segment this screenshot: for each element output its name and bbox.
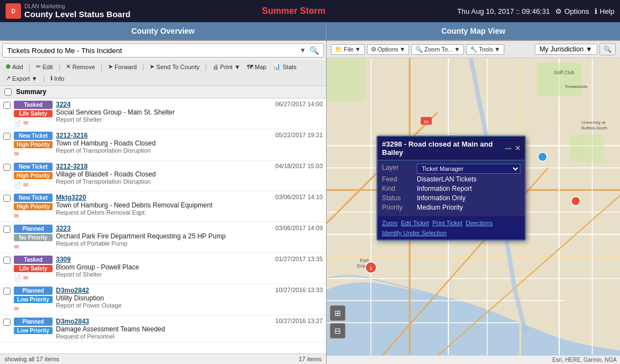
status-badge: New Ticket (14, 194, 53, 202)
ticket-checkbox-7[interactable] (3, 319, 11, 326)
ticket-checkbox-5[interactable] (3, 257, 11, 264)
ticket-id[interactable]: 3212-3216 (56, 132, 87, 139)
popup-identify-link[interactable]: Identify Under Selection (382, 230, 520, 236)
status-left: showing all 17 items (4, 356, 59, 362)
options-button[interactable]: ⚙ Options (555, 7, 589, 15)
svg-point-31 (571, 197, 580, 206)
ticket-id[interactable]: 3212-3218 (56, 163, 87, 170)
status-badge: Tasked (14, 256, 53, 264)
popup-zoom-link[interactable]: Zoom (382, 220, 397, 226)
remove-button[interactable]: ✕ Remove (64, 62, 97, 71)
ticket-date: 06/27/2017 14:00 (262, 101, 323, 107)
priority-badge: High Priority (14, 141, 53, 148)
jurisdiction-dropdown[interactable]: My Jurisdiction ▼ (535, 44, 597, 55)
svg-text:1: 1 (369, 266, 372, 271)
layer-stack-button[interactable]: ⊞ (330, 305, 345, 321)
tools-button[interactable]: 🔧 Tools ▼ (466, 44, 504, 55)
popup-close-icon[interactable]: ✕ (515, 144, 520, 152)
popup-actions: Zoom Edit Ticket Print Ticket Directions… (378, 216, 525, 240)
gear-icon: ⚙ (555, 7, 562, 15)
ticket-icons: 📄 ✉ (14, 119, 53, 127)
ticket-id[interactable]: D3mo2843 (56, 318, 89, 325)
priority-badge: High Priority (14, 203, 53, 210)
stats-icon: 📊 (273, 63, 281, 70)
email-icon: ✉ (14, 243, 19, 251)
edit-button[interactable]: ✏ Edit (34, 62, 55, 71)
add-button[interactable]: ⊕ Add (3, 62, 25, 71)
map-area[interactable]: 90 190 Golf Club Tonawanda University at… (327, 58, 620, 355)
map-search-button[interactable]: 🔍 (600, 43, 616, 55)
send-to-county-button[interactable]: ➤ Send To County (147, 62, 202, 71)
ticket-type: Report of Transportation Disruption (56, 147, 262, 154)
ticket-row: New Ticket High Priority ✉ Mktg3220 Town… (0, 191, 326, 222)
help-icon: ℹ (595, 7, 597, 15)
ticket-id[interactable]: D3mo2842 (56, 287, 89, 294)
ticket-checkbox-0[interactable] (3, 102, 11, 109)
help-button[interactable]: ℹ Help (595, 7, 614, 15)
header: D DLAN Marketing County Level Status Boa… (0, 0, 620, 22)
select-all-checkbox[interactable] (4, 89, 12, 96)
svg-rect-23 (570, 135, 603, 163)
stats-button[interactable]: 📊 Stats (271, 62, 298, 71)
popup-layer-select[interactable]: Ticket Manager (417, 164, 520, 174)
ticket-subject: Village of Blasdell - Roads Closed (56, 170, 262, 178)
map-options-button[interactable]: ⚙ Options ▼ (367, 44, 410, 55)
options-icon: ⚙ (371, 46, 376, 53)
ticket-checkbox-2[interactable] (3, 164, 11, 171)
priority-badge: Life Safety (14, 265, 53, 272)
datetime: Thu Aug 10, 2017 :: 09:46:31 (457, 7, 550, 15)
ticket-row: Tasked Life Safety 📄 ✉ 3309 Bloom Group … (0, 253, 326, 284)
ticket-id[interactable]: 3224 (56, 101, 71, 108)
popup-layer-row: Layer Ticket Manager (382, 164, 520, 174)
popup-minimize-icon[interactable]: — (505, 144, 512, 152)
ticket-info: 3212-3218 Village of Blasdell - Roads Cl… (56, 163, 262, 185)
forward-button[interactable]: ➤ Forward (106, 62, 139, 71)
popup-edit-ticket-link[interactable]: Edit Ticket (401, 220, 429, 226)
ticket-icons: ✉ (14, 150, 53, 158)
tickets-toolbar: ⊕ Add | ✏ Edit | ✕ Remove | ➤ Forward | … (0, 60, 326, 86)
ticket-date: 05/22/2017 19:21 (262, 132, 323, 138)
ticket-info: 3309 Bloom Group - Powell Place Report o… (56, 256, 262, 278)
ticket-type: Report of Transportation Disruption (56, 178, 262, 185)
left-panel: County Overview Tickets Routed to Me - T… (0, 22, 327, 364)
ticket-checkbox-6[interactable] (3, 288, 11, 295)
ticket-checkbox-3[interactable] (3, 195, 11, 202)
county-map-tab[interactable]: County Map View (327, 22, 620, 41)
ticket-status-col: Tasked Life Safety 📄 ✉ (14, 256, 53, 282)
export-icon: ↗ (6, 75, 11, 82)
ticket-row: Planned Low Priority D3mo2843 Damage Ass… (0, 315, 326, 342)
dlan-label: DLAN Marketing (24, 3, 131, 9)
county-overview-tab[interactable]: County Overview (0, 22, 326, 41)
forward-icon: ➤ (108, 63, 113, 70)
ticket-info: 3212-3216 Town of Hamburg - Roads Closed… (56, 132, 262, 154)
print-button[interactable]: 🖨 Print ▼ (210, 63, 243, 71)
popup-print-ticket-link[interactable]: Print Ticket (432, 220, 462, 226)
attachment-icon: 📄 (14, 119, 22, 127)
svg-point-30 (538, 153, 547, 162)
print-icon: 🖨 (213, 64, 219, 70)
popup-directions-link[interactable]: Directions (466, 220, 493, 226)
ticket-id[interactable]: 3223 (56, 225, 71, 232)
filter-search-icon[interactable]: 🔍 (309, 46, 319, 55)
ticket-row: Tasked Life Safety 📄 ✉ 3224 Social Servi… (0, 98, 326, 129)
ticket-checkbox-4[interactable] (3, 226, 11, 233)
main-layout: County Overview Tickets Routed to Me - T… (0, 22, 620, 364)
map-search-icon: 🔍 (603, 45, 612, 53)
export-button[interactable]: ↗ Export ▼ (3, 74, 40, 83)
filter-dropdown-arrow[interactable]: ▼ (299, 46, 306, 54)
zoom-icon: 🔍 (415, 46, 423, 53)
ticket-icons: ✉ (14, 243, 53, 251)
map-button[interactable]: 🗺 Map (245, 63, 268, 71)
info-button[interactable]: ℹ Info (48, 74, 66, 83)
popup-priority-row: Priority Medium Priority (382, 204, 520, 211)
file-menu-button[interactable]: 📁 File ▼ (331, 44, 365, 55)
ticket-id[interactable]: 3309 (56, 256, 71, 263)
email-icon: ✉ (14, 212, 19, 220)
ticket-row: New Ticket High Priority ✉ 3212-3216 Tow… (0, 129, 326, 160)
ticket-checkbox-1[interactable] (3, 133, 11, 140)
ticket-id[interactable]: Mktg3220 (56, 194, 86, 201)
ticket-type: Request of Personnel (56, 333, 262, 340)
layer-grid-button[interactable]: ⊟ (330, 323, 345, 339)
zoom-to-button[interactable]: 🔍 Zoom To... ▼ (411, 44, 464, 55)
ticket-subject: Utility Disruption (56, 294, 262, 302)
